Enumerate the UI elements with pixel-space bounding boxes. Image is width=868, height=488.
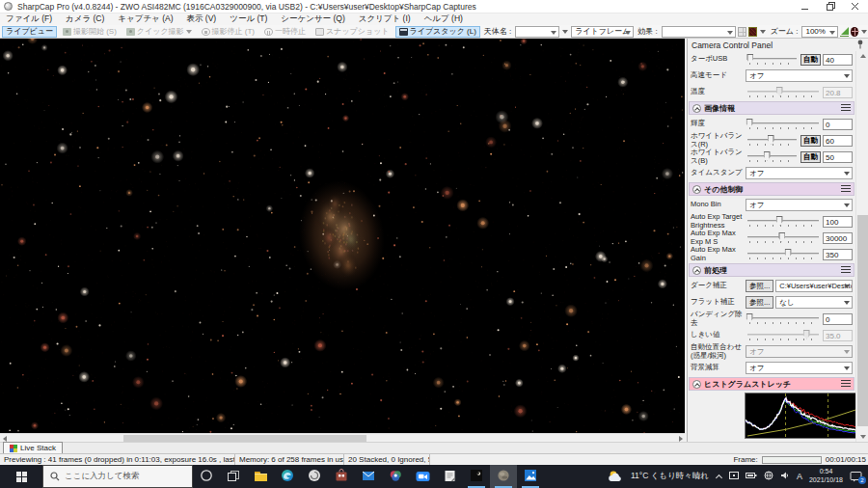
bayer-pattern-icon[interactable] (748, 27, 757, 37)
horizontal-scrollbar-thumb[interactable] (123, 435, 366, 442)
collapse-icon[interactable] (692, 104, 701, 113)
network-globe-icon[interactable] (764, 471, 773, 482)
menu-capture[interactable]: キャプチャ (A) (118, 14, 173, 25)
stop-capture-button[interactable]: 撮影停止 (T) (198, 26, 258, 38)
battery-icon[interactable] (746, 472, 757, 481)
combo-auto-align[interactable]: オフ (746, 345, 853, 358)
reticle-dropdown-button[interactable] (860, 26, 868, 38)
pin-icon[interactable] (856, 40, 864, 51)
notification-center-icon[interactable]: 2 (850, 471, 863, 482)
value-brightness[interactable]: 0 (823, 119, 853, 130)
taskbar-app-store[interactable] (328, 465, 355, 488)
taskbar-app-zoom-app[interactable] (409, 465, 436, 488)
section-menu-icon[interactable] (841, 185, 851, 193)
collapse-icon[interactable] (692, 380, 701, 389)
object-name-combobox[interactable] (515, 26, 559, 38)
combo-mono-bin[interactable]: オフ (746, 199, 853, 211)
slider-white-balance-b[interactable] (747, 150, 797, 164)
value-auto-exp-max-gain[interactable]: 350 (823, 249, 853, 260)
panel-vertical-scrollbar[interactable] (855, 51, 868, 442)
value-banding-removal[interactable]: 0 (823, 313, 853, 325)
taskbar-app-file-explorer[interactable] (247, 465, 274, 488)
browse-button-flat-correction[interactable]: 参照... (746, 296, 773, 309)
slider-auto-exp-max-gain[interactable] (747, 248, 819, 261)
menu-sequencer[interactable]: シーケンサー (Q) (281, 14, 344, 25)
scroll-up-arrow[interactable] (856, 51, 868, 61)
start-capture-button[interactable]: 撮影開始 (S) (59, 26, 121, 38)
menu-tools[interactable]: ツール (T) (230, 14, 267, 25)
quick-capture-button[interactable]: クイック撮影 (122, 26, 196, 38)
auto-button-white-balance-b[interactable]: 自動 (800, 151, 821, 163)
combo-high-speed-mode[interactable]: オフ (746, 69, 853, 82)
close-button[interactable] (843, 0, 868, 14)
slider-auto-exp-max-exp[interactable] (747, 231, 819, 245)
camera-preview-viewport[interactable] (0, 39, 685, 433)
taskbar-app-edge[interactable] (274, 465, 301, 488)
pause-button[interactable]: 一時停止 (260, 26, 310, 38)
tray-window-icon[interactable] (729, 471, 739, 482)
horizontal-scrollbar[interactable] (0, 433, 685, 442)
menu-help[interactable]: ヘルプ (H) (424, 14, 463, 25)
section-menu-icon[interactable] (841, 104, 851, 112)
value-white-balance-b[interactable]: 50 (823, 151, 853, 163)
combo-flat-correction[interactable]: なし (775, 296, 853, 309)
live-stack-button[interactable]: ライブスタック (L) (395, 26, 480, 38)
taskbar-app-cortana[interactable] (193, 465, 220, 488)
menu-camera[interactable]: カメラ (C) (66, 14, 104, 25)
value-white-balance-r[interactable]: 60 (823, 135, 853, 147)
taskbar-app-sharpcap[interactable] (463, 465, 490, 488)
menu-file[interactable]: ファイル (F) (6, 14, 52, 25)
combo-dark-correction[interactable]: C:¥Users¥user¥Desktop¥Sh… (775, 280, 853, 292)
slider-brightness[interactable] (747, 118, 819, 131)
restore-button[interactable] (818, 0, 843, 14)
auto-button-white-balance-r[interactable]: 自動 (800, 135, 821, 147)
weather-text[interactable]: 11°C くもり時々晴れ (631, 471, 709, 482)
object-name-dropdown-button[interactable] (561, 26, 569, 38)
taskbar-app-task-view[interactable] (220, 465, 247, 488)
taskbar-app-photos[interactable] (517, 465, 544, 488)
tab-live-stack[interactable]: Live Stack (3, 442, 63, 453)
histogram-toggle-icon[interactable] (840, 27, 849, 37)
scroll-down-arrow[interactable] (856, 432, 868, 442)
overlay-dropdown-button[interactable] (759, 26, 767, 38)
section-other-controls[interactable]: その他制御 (689, 182, 854, 196)
hidden-icons-chevron[interactable] (716, 474, 722, 480)
slider-turbo-usb[interactable] (747, 53, 797, 67)
live-view-button[interactable]: ライブビュー (2, 26, 57, 38)
section-image-info[interactable]: 画像情報 (689, 101, 854, 115)
taskbar-app-galaxy-app[interactable] (301, 465, 328, 488)
menu-scripting[interactable]: スクリプト (I) (359, 14, 411, 25)
section-histogram-stretch[interactable]: ヒストグラムストレッチ (689, 377, 854, 391)
combo-timestamp[interactable]: オフ (746, 167, 853, 179)
weather-icon[interactable] (608, 470, 624, 484)
auto-button-turbo-usb[interactable]: 自動 (800, 54, 821, 66)
frame-type-combobox[interactable]: ライトフレーム (571, 26, 634, 38)
value-auto-exp-max-exp[interactable]: 30000 (823, 232, 853, 244)
slider-white-balance-r[interactable] (747, 134, 797, 148)
grid-overlay-icon[interactable] (738, 27, 746, 37)
minimize-button[interactable] (793, 0, 818, 14)
effects-combobox[interactable] (662, 26, 736, 38)
start-button[interactable] (0, 465, 42, 488)
browse-button-dark-correction[interactable]: 参照... (746, 280, 773, 292)
snapshot-button[interactable]: スナップショット (312, 26, 393, 38)
ime-indicator[interactable]: A (797, 472, 802, 481)
taskbar-app-sharpcap-focused[interactable] (490, 465, 517, 488)
slider-auto-exp-target-brightness[interactable] (747, 215, 819, 229)
collapse-icon[interactable] (692, 266, 701, 275)
section-menu-icon[interactable] (841, 266, 851, 274)
taskbar-search-input[interactable]: ここに入力して検索 (42, 465, 193, 488)
slider-banding-removal[interactable] (747, 312, 819, 326)
taskbar-app-mail[interactable] (355, 465, 382, 488)
vertical-scrollbar-thumb[interactable] (857, 215, 868, 426)
section-preprocessing[interactable]: 前処理 (689, 263, 854, 277)
taskbar-clock[interactable]: 0:54 2021/10/18 (809, 468, 843, 485)
section-menu-icon[interactable] (841, 380, 851, 388)
taskbar-app-notes[interactable] (436, 465, 463, 488)
zoom-combobox[interactable]: 100% (801, 26, 837, 38)
combo-background-subtraction[interactable]: オフ (746, 362, 853, 374)
speaker-icon[interactable] (780, 471, 790, 482)
value-auto-exp-target-brightness[interactable]: 100 (823, 216, 853, 228)
reticle-icon[interactable] (851, 27, 859, 37)
collapse-icon[interactable] (692, 185, 701, 194)
